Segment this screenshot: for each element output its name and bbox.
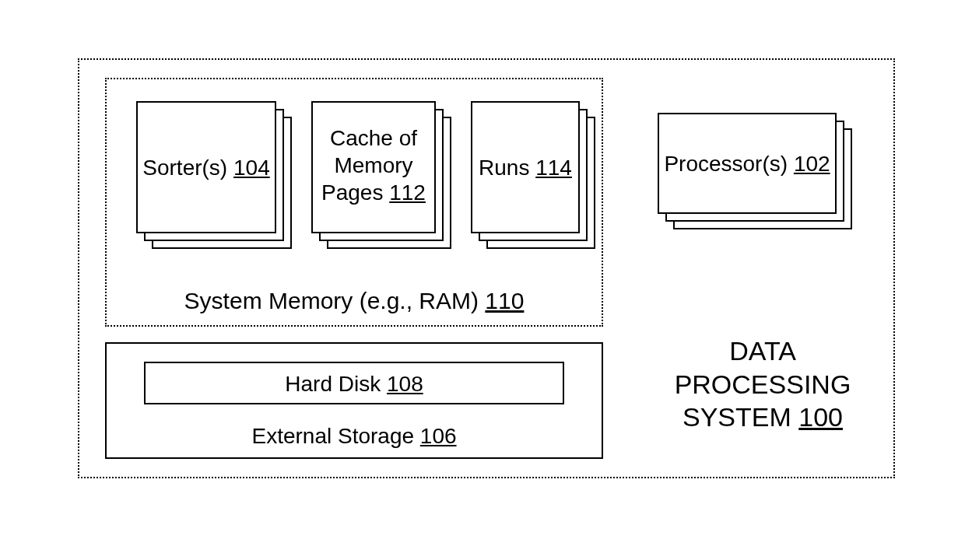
cache-line3-prefix: Pages bbox=[321, 180, 389, 205]
processor-label-prefix: Processor(s) bbox=[664, 152, 793, 176]
external-storage-ref: 106 bbox=[420, 424, 457, 448]
system-memory-label-prefix: System Memory (e.g., RAM) bbox=[184, 288, 486, 313]
system-title-line2: PROCESSING bbox=[675, 369, 851, 399]
hard-disk-label: Hard Disk 108 bbox=[144, 372, 564, 397]
system-memory-ref: 110 bbox=[485, 288, 524, 313]
system-title-line3-prefix: SYSTEM bbox=[683, 402, 798, 432]
system-title-line1: DATA bbox=[729, 336, 796, 366]
processor-label: Processor(s) 102 bbox=[658, 152, 837, 177]
system-title: DATA PROCESSING SYSTEM 100 bbox=[646, 334, 879, 434]
cache-line1: Cache of bbox=[330, 126, 417, 150]
sorter-label: Sorter(s) 104 bbox=[136, 156, 276, 180]
cache-line2: Memory bbox=[334, 153, 412, 177]
sorter-label-prefix: Sorter(s) bbox=[142, 156, 233, 180]
hard-disk-label-prefix: Hard Disk bbox=[285, 372, 387, 396]
hard-disk-ref: 108 bbox=[387, 372, 423, 396]
runs-label: Runs 114 bbox=[471, 156, 580, 180]
cache-ref: 112 bbox=[389, 180, 426, 205]
system-memory-label: System Memory (e.g., RAM) 110 bbox=[121, 288, 588, 314]
sorter-ref: 104 bbox=[233, 156, 270, 180]
runs-ref: 114 bbox=[535, 156, 572, 180]
processor-ref: 102 bbox=[794, 152, 830, 176]
runs-label-prefix: Runs bbox=[479, 156, 535, 180]
cache-label: Cache of Memory Pages 112 bbox=[311, 124, 436, 206]
system-title-ref: 100 bbox=[798, 402, 843, 432]
external-storage-label: External Storage 106 bbox=[105, 424, 603, 449]
external-storage-label-prefix: External Storage bbox=[251, 424, 419, 448]
